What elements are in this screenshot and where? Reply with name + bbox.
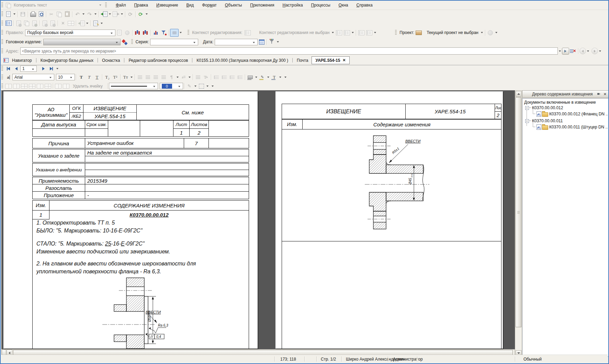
tab-process-templates[interactable]: Редактор шаблонов процессов — [125, 57, 191, 64]
cut-button[interactable]: ✂ — [47, 11, 55, 18]
align-justify-button[interactable] — [160, 73, 168, 81]
doc-ref-line[interactable]: К0370.00.00.012 — [49, 210, 249, 219]
draw-border-dropdown-icon[interactable] — [194, 86, 196, 87]
distribute-label-cell[interactable]: Разослать — [32, 184, 85, 192]
izm-number-cell[interactable]: 1 — [32, 210, 49, 219]
relations-button[interactable] — [123, 29, 131, 36]
context-edit-button[interactable] — [343, 29, 351, 36]
toolbar-grip[interactable] — [1, 2, 3, 8]
add-col-right-button[interactable] — [28, 82, 36, 90]
body-line-3[interactable]: СТАЛО: "5. Маркировать: 25-16-Е-09Г2С" — [36, 241, 243, 247]
edit-form-button[interactable]: ✎ — [92, 20, 100, 27]
issue-date-cell[interactable]: Дата выпуска — [32, 120, 85, 129]
redo-button[interactable]: ↷ — [86, 11, 93, 18]
apply-rule-button[interactable] — [115, 29, 123, 36]
copy-document-button[interactable] — [23, 20, 31, 27]
insert-cell-button[interactable] — [54, 82, 62, 90]
document-page-1[interactable]: АО"Уралхиммаш" ОГК /КБ2 ИЗВЕЩЕНИЕ УАРЕ.5… — [3, 91, 258, 349]
print-button[interactable] — [29, 11, 37, 18]
document-canvas[interactable]: АО"Уралхиммаш" ОГК /КБ2 ИЗВЕЩЕНИЕ УАРЕ.5… — [1, 90, 515, 349]
flange-drawing-1[interactable]: ВВЕСТИ Ra 6,3 0,4 Ø58+0,4 — [97, 274, 190, 349]
menu-settings[interactable]: Настройка — [279, 1, 307, 9]
add-row-above-button[interactable] — [4, 82, 12, 90]
context-edit-dropdown-icon[interactable] — [352, 32, 354, 33]
tab-k0155[interactable]: К0155.13.00.000 (Заглушка поворотная Ду … — [193, 57, 292, 64]
toolbar-grip[interactable] — [1, 75, 3, 80]
address-input[interactable] — [20, 47, 558, 55]
sheet-label-cell[interactable]: Лист — [173, 120, 190, 129]
document-page-2[interactable]: ИЗВЕЩЕНИЕ УАРЕ.554-15 Лис 2 Изм. Содержа… — [275, 91, 503, 349]
split-cell-v-button[interactable] — [36, 82, 44, 90]
prev-page-button[interactable] — [12, 65, 20, 72]
page-nav-overflow-icon[interactable] — [56, 68, 58, 69]
fill-color-dropdown-icon[interactable] — [255, 77, 257, 78]
toolbar-grip[interactable] — [1, 21, 3, 26]
backlog-value-cell[interactable]: На заделе не отражается — [85, 149, 249, 156]
view-mode-dropdown-icon[interactable] — [180, 32, 182, 33]
filter-button[interactable] — [160, 29, 168, 36]
tab-tooling[interactable]: Оснастка — [99, 57, 123, 64]
body-line-5[interactable]: 2. На главном виде ввести обозначение ше… — [36, 261, 243, 267]
doc-number-cell-2[interactable]: УАРЕ.554-15 — [405, 104, 495, 119]
sheet-cell-2[interactable]: Лис 2 — [495, 104, 501, 119]
tab-mail[interactable]: Почта — [293, 57, 312, 64]
toolbar-grip[interactable] — [1, 66, 3, 71]
body-line-1[interactable]: 1. Откорректировать ТТ п. 5 — [36, 220, 243, 226]
subscript-button[interactable]: Т₂ — [103, 73, 111, 81]
add-row-below-button[interactable] — [12, 82, 20, 90]
reason-label-cell[interactable]: Причина — [32, 138, 85, 148]
history-back-button[interactable] — [579, 48, 586, 54]
tree-expand-node-1[interactable] — [525, 106, 529, 110]
see-below-cell[interactable]: См. ниже — [136, 104, 249, 120]
letter-case-dropdown-icon[interactable] — [131, 77, 133, 78]
context-copy-button[interactable] — [357, 29, 365, 36]
product-search-button[interactable] — [121, 38, 128, 46]
appendix-label-cell[interactable]: Приложение — [32, 191, 85, 199]
tab-navigator[interactable]: Навигатор — [9, 57, 35, 64]
project-dropdown-icon[interactable] — [481, 32, 483, 33]
body-line-2[interactable]: БЫЛО: "5. Маркировать: 10-16-Е-09Г2С" — [36, 228, 243, 234]
paste-button[interactable] — [63, 11, 71, 18]
date-combo[interactable] — [215, 39, 258, 45]
font-color-button[interactable]: Т — [270, 73, 278, 81]
empty-cell[interactable] — [108, 120, 140, 137]
izm-header-cell-2[interactable]: Изм. — [282, 119, 303, 129]
product-overflow-icon[interactable] — [277, 41, 279, 43]
draw-border-button[interactable]: ✎ — [185, 82, 193, 90]
forward-dropdown-icon[interactable] — [599, 50, 601, 52]
rule-combo[interactable]: Подбор базовых версий — [25, 30, 115, 36]
delete-cell-label[interactable]: Удалить ячейку — [73, 84, 103, 89]
last-page-button[interactable] — [47, 65, 55, 72]
fill-color-button[interactable] — [246, 73, 254, 81]
content-header-cell[interactable]: СОДЕРЖАНИЕ ИЗМЕНЕНИЯ — [49, 200, 249, 211]
menu-format[interactable]: Формат — [198, 1, 221, 9]
series-combo[interactable] — [150, 39, 198, 45]
numbered-list-button[interactable] — [212, 73, 220, 81]
hierarchy-up-button[interactable] — [134, 29, 142, 36]
export-dropdown-icon[interactable] — [121, 13, 123, 15]
back-dropdown-icon[interactable] — [587, 50, 589, 52]
line-spacing-button[interactable] — [194, 73, 202, 81]
font-dialog-button[interactable]: a — [4, 73, 12, 81]
sheets-label-cell[interactable]: Листов — [189, 120, 209, 129]
save-button[interactable] — [19, 11, 27, 18]
context-copy2-button[interactable] — [365, 29, 373, 36]
redo-dropdown-icon[interactable] — [94, 13, 97, 15]
tree-child-1[interactable]: К0370.00.00.012 (Фланец DN ... — [549, 112, 608, 116]
return-button[interactable] — [77, 20, 85, 27]
project-overflow-icon[interactable] — [495, 32, 497, 33]
address-dropdown-icon[interactable] — [559, 50, 561, 52]
toolbar-grip[interactable] — [1, 30, 3, 35]
delete-button[interactable]: ✕ — [59, 20, 67, 27]
bulleted-list-button[interactable] — [220, 73, 228, 81]
menu-processes[interactable]: Процессы — [307, 1, 335, 9]
font-family-combo[interactable]: Arial — [12, 74, 54, 80]
sync-button[interactable]: ⟳ — [137, 11, 145, 18]
implement-label-cell[interactable]: Указание о внедрении — [32, 163, 85, 176]
outdent-button[interactable] — [228, 73, 236, 81]
annul-document-button[interactable] — [41, 20, 49, 27]
context-copy2-dropdown-icon[interactable] — [374, 32, 376, 33]
empty-cell[interactable] — [140, 120, 173, 137]
font-toolbar-overflow-icon[interactable] — [284, 77, 286, 78]
menu-help[interactable]: Справка — [352, 1, 377, 9]
